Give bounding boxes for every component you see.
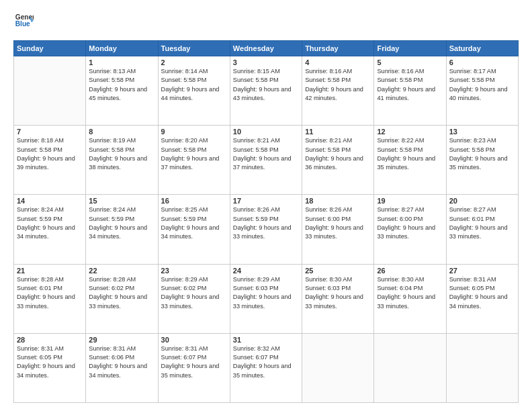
day-info: Sunrise: 8:31 AMSunset: 6:05 PMDaylight:… <box>449 275 515 311</box>
day-info: Sunrise: 8:24 AMSunset: 5:59 PMDaylight:… <box>17 205 83 241</box>
day-number: 21 <box>17 267 83 275</box>
day-number: 10 <box>233 128 299 136</box>
day-number: 26 <box>377 267 443 275</box>
logo: General Blue <box>13 12 34 34</box>
day-cell <box>14 56 86 126</box>
day-cell: 22Sunrise: 8:28 AMSunset: 6:02 PMDayligh… <box>86 264 158 333</box>
day-number: 1 <box>89 58 154 66</box>
day-cell: 7Sunrise: 8:18 AMSunset: 5:58 PMDaylight… <box>14 126 86 195</box>
day-info: Sunrise: 8:13 AMSunset: 5:58 PMDaylight:… <box>89 67 154 103</box>
day-cell: 29Sunrise: 8:31 AMSunset: 6:06 PMDayligh… <box>86 333 158 402</box>
day-cell: 27Sunrise: 8:31 AMSunset: 6:05 PMDayligh… <box>446 264 518 333</box>
day-cell: 2Sunrise: 8:14 AMSunset: 5:58 PMDaylight… <box>158 56 230 126</box>
day-info: Sunrise: 8:22 AMSunset: 5:58 PMDaylight:… <box>377 136 443 172</box>
day-number: 15 <box>89 197 154 205</box>
day-info: Sunrise: 8:28 AMSunset: 6:02 PMDaylight:… <box>89 275 154 311</box>
day-cell: 28Sunrise: 8:31 AMSunset: 6:05 PMDayligh… <box>14 333 86 402</box>
week-row-1: 7Sunrise: 8:18 AMSunset: 5:58 PMDaylight… <box>14 126 519 195</box>
day-cell <box>302 333 374 402</box>
day-cell: 31Sunrise: 8:32 AMSunset: 6:07 PMDayligh… <box>230 333 302 402</box>
day-info: Sunrise: 8:29 AMSunset: 6:03 PMDaylight:… <box>233 275 299 311</box>
day-cell: 21Sunrise: 8:28 AMSunset: 6:01 PMDayligh… <box>14 264 86 333</box>
day-info: Sunrise: 8:27 AMSunset: 6:00 PMDaylight:… <box>377 205 443 241</box>
day-info: Sunrise: 8:16 AMSunset: 5:58 PMDaylight:… <box>377 67 443 103</box>
calendar-table: SundayMondayTuesdayWednesdayThursdayFrid… <box>13 40 519 403</box>
day-cell: 25Sunrise: 8:30 AMSunset: 6:03 PMDayligh… <box>302 264 374 333</box>
week-row-0: 1Sunrise: 8:13 AMSunset: 5:58 PMDaylight… <box>14 56 519 126</box>
day-number: 28 <box>17 336 83 344</box>
day-number: 12 <box>377 128 443 136</box>
day-info: Sunrise: 8:21 AMSunset: 5:58 PMDaylight:… <box>233 136 299 172</box>
day-info: Sunrise: 8:19 AMSunset: 5:58 PMDaylight:… <box>89 136 154 172</box>
weekday-header-friday: Friday <box>374 41 446 56</box>
day-cell: 24Sunrise: 8:29 AMSunset: 6:03 PMDayligh… <box>230 264 302 333</box>
day-number: 7 <box>17 128 83 136</box>
day-cell: 4Sunrise: 8:16 AMSunset: 5:58 PMDaylight… <box>302 56 374 126</box>
logo-icon: General Blue <box>15 12 34 31</box>
day-info: Sunrise: 8:26 AMSunset: 6:00 PMDaylight:… <box>305 205 371 241</box>
day-number: 4 <box>305 58 371 66</box>
day-cell <box>374 333 446 402</box>
day-cell: 1Sunrise: 8:13 AMSunset: 5:58 PMDaylight… <box>86 56 158 126</box>
day-info: Sunrise: 8:15 AMSunset: 5:58 PMDaylight:… <box>233 67 299 103</box>
day-number: 8 <box>89 128 154 136</box>
day-cell: 17Sunrise: 8:26 AMSunset: 5:59 PMDayligh… <box>230 195 302 264</box>
day-cell: 20Sunrise: 8:27 AMSunset: 6:01 PMDayligh… <box>446 195 518 264</box>
day-cell: 15Sunrise: 8:24 AMSunset: 5:59 PMDayligh… <box>86 195 158 264</box>
day-number: 13 <box>449 128 515 136</box>
day-info: Sunrise: 8:32 AMSunset: 6:07 PMDaylight:… <box>233 345 299 380</box>
page: General Blue SundayMondayTuesdayWednesda… <box>0 0 532 411</box>
day-cell: 3Sunrise: 8:15 AMSunset: 5:58 PMDaylight… <box>230 56 302 126</box>
day-info: Sunrise: 8:28 AMSunset: 6:01 PMDaylight:… <box>17 275 83 311</box>
day-cell: 10Sunrise: 8:21 AMSunset: 5:58 PMDayligh… <box>230 126 302 195</box>
weekday-header-wednesday: Wednesday <box>230 41 302 56</box>
day-info: Sunrise: 8:16 AMSunset: 5:58 PMDaylight:… <box>305 67 371 103</box>
week-row-2: 14Sunrise: 8:24 AMSunset: 5:59 PMDayligh… <box>14 195 519 264</box>
week-row-3: 21Sunrise: 8:28 AMSunset: 6:01 PMDayligh… <box>14 264 519 333</box>
weekday-header-saturday: Saturday <box>446 41 518 56</box>
day-info: Sunrise: 8:25 AMSunset: 5:59 PMDaylight:… <box>161 205 227 241</box>
day-info: Sunrise: 8:17 AMSunset: 5:58 PMDaylight:… <box>449 67 515 103</box>
day-info: Sunrise: 8:21 AMSunset: 5:58 PMDaylight:… <box>305 136 371 172</box>
day-info: Sunrise: 8:24 AMSunset: 5:59 PMDaylight:… <box>89 205 154 241</box>
day-cell: 14Sunrise: 8:24 AMSunset: 5:59 PMDayligh… <box>14 195 86 264</box>
day-cell: 16Sunrise: 8:25 AMSunset: 5:59 PMDayligh… <box>158 195 230 264</box>
day-cell: 23Sunrise: 8:29 AMSunset: 6:02 PMDayligh… <box>158 264 230 333</box>
day-number: 6 <box>449 58 515 66</box>
day-number: 30 <box>161 336 227 344</box>
weekday-header-sunday: Sunday <box>14 41 86 56</box>
day-cell: 12Sunrise: 8:22 AMSunset: 5:58 PMDayligh… <box>374 126 446 195</box>
weekday-header-tuesday: Tuesday <box>158 41 230 56</box>
day-info: Sunrise: 8:31 AMSunset: 6:05 PMDaylight:… <box>17 345 83 380</box>
day-number: 25 <box>305 267 371 275</box>
day-number: 19 <box>377 197 443 205</box>
day-cell: 19Sunrise: 8:27 AMSunset: 6:00 PMDayligh… <box>374 195 446 264</box>
day-cell: 13Sunrise: 8:23 AMSunset: 5:58 PMDayligh… <box>446 126 518 195</box>
day-number: 27 <box>449 267 515 275</box>
day-info: Sunrise: 8:26 AMSunset: 5:59 PMDaylight:… <box>233 205 299 241</box>
day-number: 18 <box>305 197 371 205</box>
day-info: Sunrise: 8:14 AMSunset: 5:58 PMDaylight:… <box>161 67 227 103</box>
day-number: 16 <box>161 197 227 205</box>
header: General Blue <box>13 12 519 34</box>
day-cell: 18Sunrise: 8:26 AMSunset: 6:00 PMDayligh… <box>302 195 374 264</box>
day-cell: 5Sunrise: 8:16 AMSunset: 5:58 PMDaylight… <box>374 56 446 126</box>
weekday-header-monday: Monday <box>86 41 158 56</box>
day-number: 3 <box>233 58 299 66</box>
day-info: Sunrise: 8:29 AMSunset: 6:02 PMDaylight:… <box>161 275 227 311</box>
day-number: 11 <box>305 128 371 136</box>
day-info: Sunrise: 8:30 AMSunset: 6:03 PMDaylight:… <box>305 275 371 311</box>
day-number: 20 <box>449 197 515 205</box>
day-number: 5 <box>377 58 443 66</box>
day-number: 23 <box>161 267 227 275</box>
day-info: Sunrise: 8:31 AMSunset: 6:06 PMDaylight:… <box>89 345 154 380</box>
day-info: Sunrise: 8:20 AMSunset: 5:58 PMDaylight:… <box>161 136 227 172</box>
day-cell: 11Sunrise: 8:21 AMSunset: 5:58 PMDayligh… <box>302 126 374 195</box>
day-info: Sunrise: 8:18 AMSunset: 5:58 PMDaylight:… <box>17 136 83 172</box>
day-number: 14 <box>17 197 83 205</box>
day-cell: 8Sunrise: 8:19 AMSunset: 5:58 PMDaylight… <box>86 126 158 195</box>
svg-text:Blue: Blue <box>15 20 30 28</box>
day-cell: 30Sunrise: 8:31 AMSunset: 6:07 PMDayligh… <box>158 333 230 402</box>
day-info: Sunrise: 8:27 AMSunset: 6:01 PMDaylight:… <box>449 205 515 241</box>
day-cell <box>446 333 518 402</box>
